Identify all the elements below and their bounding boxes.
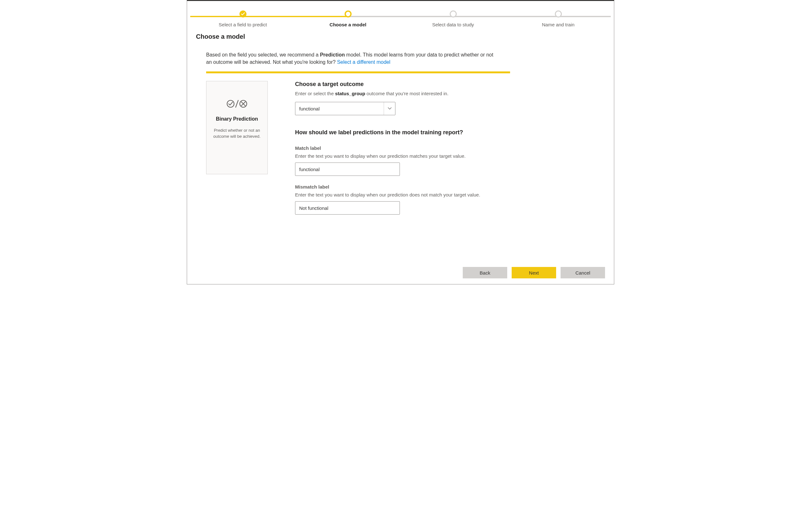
step-circle-upcoming-icon <box>555 11 562 17</box>
step-3[interactable]: Select data to study <box>400 11 506 27</box>
model-card-title: Binary Prediction <box>216 116 258 122</box>
model-type-card[interactable]: Binary Prediction Predict whether or not… <box>206 81 268 174</box>
mismatch-label-input[interactable] <box>295 201 400 214</box>
step-circle-upcoming-icon <box>450 11 457 17</box>
target-field-name: status_group <box>335 91 365 96</box>
target-outcome-combo[interactable] <box>295 102 395 115</box>
step-1[interactable]: Select a field to predict <box>190 11 295 27</box>
intro-text: Based on the field you selected, we reco… <box>187 40 514 72</box>
step-label: Name and train <box>506 22 611 27</box>
next-button[interactable]: Next <box>512 267 556 278</box>
intro-prefix: Based on the field you selected, we reco… <box>206 52 320 57</box>
chevron-down-icon <box>388 107 392 110</box>
match-label-input[interactable] <box>295 163 400 176</box>
target-outcome-heading: Choose a target outcome <box>295 81 595 88</box>
cancel-button[interactable]: Cancel <box>561 267 605 278</box>
binary-prediction-icon <box>226 99 248 109</box>
content-area: Binary Prediction Predict whether or not… <box>187 81 614 223</box>
target-outcome-sub: Enter or select the status_group outcome… <box>295 91 595 96</box>
wizard-dialog: Select a field to predict Choose a model… <box>187 0 614 284</box>
model-card-desc: Predict whether or not an outcome will b… <box>211 128 263 140</box>
mismatch-label-help: Enter the text you want to display when … <box>295 192 595 197</box>
step-circle-current-icon <box>344 11 352 17</box>
step-label: Select data to study <box>400 22 506 27</box>
page-title: Choose a model <box>187 31 614 40</box>
select-different-model-link[interactable]: Select a different model <box>337 59 390 65</box>
target-outcome-input[interactable] <box>295 106 384 111</box>
target-sub-prefix: Enter or select the <box>295 91 335 96</box>
step-track-fill <box>190 16 350 17</box>
step-4[interactable]: Name and train <box>506 11 611 27</box>
match-label-help: Enter the text you want to display when … <box>295 153 595 159</box>
form-column: Choose a target outcome Enter or select … <box>295 81 595 223</box>
step-label: Choose a model <box>295 22 400 27</box>
target-sub-suffix: outcome that you're most interested in. <box>365 91 448 96</box>
mismatch-label-title: Mismatch label <box>295 184 595 190</box>
footer-buttons: Back Next Cancel <box>463 267 605 278</box>
checkmark-icon <box>240 11 246 17</box>
svg-point-0 <box>227 100 234 107</box>
back-button[interactable]: Back <box>463 267 507 278</box>
accent-bar <box>206 72 510 73</box>
labels-heading: How should we label predictions in the m… <box>295 129 595 136</box>
step-label: Select a field to predict <box>190 22 295 27</box>
match-label-title: Match label <box>295 145 595 151</box>
intro-model-word: Prediction <box>320 52 344 57</box>
step-2[interactable]: Choose a model <box>295 11 400 27</box>
target-outcome-dropdown-button[interactable] <box>384 102 395 115</box>
